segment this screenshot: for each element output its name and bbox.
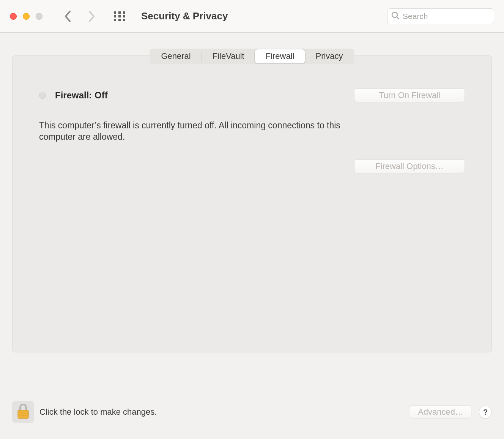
tab-filevault[interactable]: FileVault [202, 49, 255, 63]
tab-firewall[interactable]: Firewall [255, 49, 305, 63]
nav-arrows [65, 11, 95, 22]
search-icon [391, 11, 400, 21]
tab-label: General [161, 51, 191, 61]
tab-privacy[interactable]: Privacy [305, 49, 353, 63]
svg-rect-5 [123, 15, 125, 17]
help-icon: ? [483, 408, 488, 417]
lock-button[interactable] [12, 401, 34, 423]
tab-label: Firewall [266, 51, 295, 61]
status-indicator-icon [39, 92, 46, 99]
firewall-status: Firewall: Off [39, 90, 108, 101]
firewall-status-label: Firewall: Off [55, 90, 108, 101]
svg-rect-7 [118, 19, 121, 21]
back-button[interactable] [65, 11, 71, 22]
turn-on-firewall-button[interactable]: Turn On Firewall [354, 88, 465, 102]
window-controls [10, 13, 43, 20]
firewall-description: This computer’s firewall is currently tu… [39, 120, 365, 143]
forward-button[interactable] [88, 11, 95, 22]
lock-hint-text: Click the lock to make changes. [39, 407, 157, 417]
main-content: General FileVault Firewall Privacy Firew… [0, 33, 504, 439]
tab-label: FileVault [213, 51, 244, 61]
svg-rect-2 [123, 11, 125, 14]
footer: Click the lock to make changes. Advanced… [12, 360, 492, 439]
svg-rect-1 [118, 11, 121, 14]
lock-icon [16, 403, 31, 422]
titlebar: Security & Privacy [0, 0, 504, 33]
svg-rect-4 [118, 15, 121, 17]
svg-rect-3 [114, 15, 116, 17]
window-title: Security & Privacy [141, 10, 228, 22]
minimize-window-button[interactable] [23, 13, 30, 20]
zoom-window-button[interactable] [36, 13, 43, 20]
tab-general[interactable]: General [150, 49, 201, 63]
advanced-button[interactable]: Advanced… [410, 405, 471, 419]
tab-label: Privacy [315, 51, 343, 61]
firewall-options-row: Firewall Options… [39, 159, 465, 173]
search-input[interactable] [403, 12, 502, 21]
svg-line-10 [397, 17, 399, 19]
help-button[interactable]: ? [479, 406, 492, 418]
show-all-icon[interactable] [114, 11, 125, 21]
firewall-status-row: Firewall: Off Turn On Firewall [39, 88, 465, 102]
close-window-button[interactable] [10, 13, 17, 20]
tab-bar: General FileVault Firewall Privacy [150, 49, 354, 64]
preferences-panel: Firewall: Off Turn On Firewall This comp… [12, 55, 492, 352]
svg-rect-8 [123, 19, 125, 21]
svg-rect-0 [114, 11, 116, 14]
firewall-options-button[interactable]: Firewall Options… [354, 159, 465, 173]
svg-rect-6 [114, 19, 116, 21]
search-field[interactable] [387, 8, 494, 24]
svg-rect-11 [18, 410, 28, 418]
